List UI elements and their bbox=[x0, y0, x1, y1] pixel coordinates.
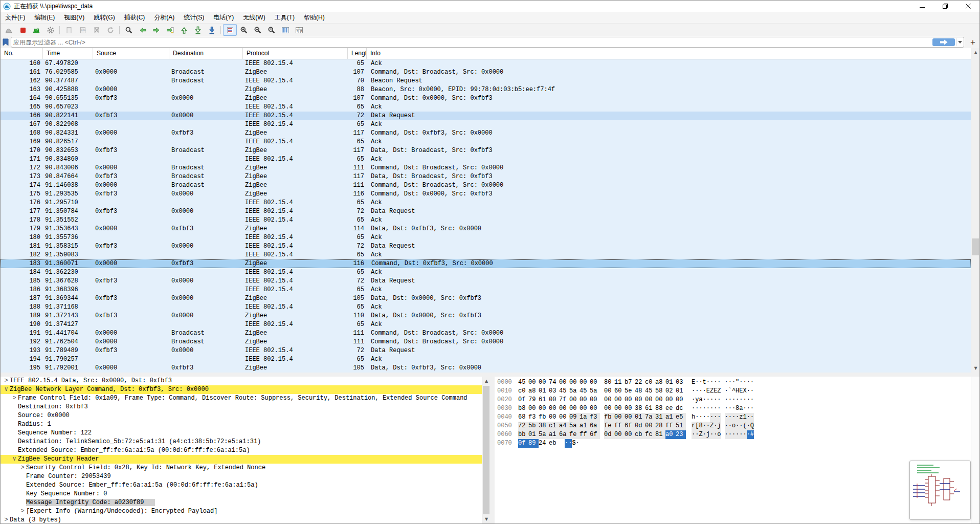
hex-byte[interactable]: 00 bbox=[614, 430, 625, 439]
hex-byte[interactable]: fb bbox=[604, 413, 614, 422]
hex-row-0050[interactable]: 0050725b38c1a45aa16afeff6f0d0028ff51r[8·… bbox=[495, 422, 971, 430]
hex-byte[interactable]: a8 bbox=[655, 378, 665, 387]
hex-byte[interactable]: 00 bbox=[676, 396, 686, 404]
hex-byte[interactable]: 79 bbox=[528, 396, 539, 404]
hex-byte[interactable]: 00 bbox=[528, 378, 539, 387]
column-header-destination[interactable]: Destination bbox=[169, 48, 243, 59]
packet-row-180[interactable]: 18091.355736IEEE 802.15.465Ack bbox=[1, 233, 971, 242]
hex-byte[interactable]: 03 bbox=[549, 387, 559, 396]
hex-byte[interactable]: 00 bbox=[625, 404, 635, 413]
column-header-info[interactable]: Info bbox=[367, 48, 971, 59]
capture-options-icon[interactable] bbox=[43, 24, 57, 36]
packet-row-177[interactable]: 17791.3507840xfbf30x0000IEEE 802.15.472D… bbox=[1, 207, 971, 216]
hex-byte[interactable]: 45 bbox=[580, 387, 590, 396]
hex-byte[interactable]: 00 bbox=[559, 413, 569, 422]
open-file-icon[interactable] bbox=[62, 24, 76, 36]
hex-byte[interactable]: 00 bbox=[580, 378, 590, 387]
packet-row-164[interactable]: 16490.6551350xfbf30x0000ZigBee107Command… bbox=[1, 94, 971, 103]
hex-byte[interactable]: ff bbox=[665, 422, 676, 430]
first-packet-icon[interactable] bbox=[177, 24, 191, 36]
packet-row-173[interactable]: 17390.8476640xfbf3BroadcastZigBee117Data… bbox=[1, 172, 971, 181]
restore-button[interactable] bbox=[933, 1, 956, 12]
menu-item-10[interactable]: 帮助(H) bbox=[299, 12, 329, 23]
hex-row-0010[interactable]: 0010c0a80103455a455a00605e4845580201····… bbox=[495, 387, 971, 396]
hex-byte[interactable]: 00 bbox=[569, 396, 580, 404]
detail-line-8[interactable]: Extended Source: Ember_ff:fe:6a:a1:5a (0… bbox=[1, 446, 482, 455]
hex-byte[interactable]: ee bbox=[665, 404, 676, 413]
hex-byte[interactable]: 38 bbox=[539, 422, 549, 430]
hex-byte[interactable]: 74 bbox=[549, 378, 559, 387]
detail-line-0[interactable]: >IEEE 802.15.4 Data, Src: 0x0000, Dst: 0… bbox=[1, 377, 482, 385]
hex-byte[interactable]: bb bbox=[518, 430, 528, 439]
hex-byte[interactable]: 00 bbox=[580, 404, 590, 413]
detail-line-3[interactable]: Destination: 0xfbf3 bbox=[1, 403, 482, 411]
restart-capture-icon[interactable] bbox=[30, 24, 43, 36]
colorize-icon[interactable] bbox=[223, 24, 237, 36]
close-file-icon[interactable] bbox=[90, 24, 103, 36]
packet-row-168[interactable]: 16890.8243310x00000xfbf3ZigBee117Command… bbox=[1, 129, 971, 138]
hex-byte[interactable]: 88 bbox=[655, 404, 665, 413]
packet-row-182[interactable]: 18291.359083IEEE 802.15.465Ack bbox=[1, 251, 971, 259]
hex-byte[interactable]: 00 bbox=[665, 396, 676, 404]
collapse-icon[interactable]: ∨ bbox=[3, 385, 10, 394]
save-file-icon[interactable]: 010 bbox=[76, 24, 90, 36]
packet-row-178[interactable]: 17891.351552IEEE 802.15.465Ack bbox=[1, 216, 971, 225]
hex-byte[interactable]: 61 bbox=[645, 404, 655, 413]
hex-byte[interactable]: 00 bbox=[569, 404, 580, 413]
zoom-out-icon[interactable] bbox=[251, 24, 264, 36]
menu-item-1[interactable]: 编辑(E) bbox=[30, 12, 59, 23]
goto-packet-icon[interactable] bbox=[163, 24, 177, 36]
hex-byte[interactable]: 00 bbox=[645, 396, 655, 404]
packet-row-169[interactable]: 16990.826517IEEE 802.15.465Ack bbox=[1, 138, 971, 146]
detail-line-4[interactable]: Source: 0x0000 bbox=[1, 411, 482, 420]
hex-row-0070[interactable]: 00700f8924eb··$· bbox=[495, 439, 971, 448]
packet-row-161[interactable]: 16176.0295850x0000BroadcastZigBee107Comm… bbox=[1, 68, 971, 77]
last-packet-icon[interactable] bbox=[191, 24, 205, 36]
column-header-protocol[interactable]: Protocol bbox=[243, 48, 348, 59]
hex-byte[interactable]: fe bbox=[604, 422, 614, 430]
menu-item-7[interactable]: 电话(Y) bbox=[209, 12, 238, 23]
detail-line-5[interactable]: Radius: 1 bbox=[1, 420, 482, 429]
hex-byte[interactable]: dc bbox=[676, 404, 686, 413]
minimize-button[interactable] bbox=[910, 1, 933, 12]
packet-row-162[interactable]: 16290.377487BroadcastIEEE 802.15.470Beac… bbox=[1, 77, 971, 85]
packet-row-191[interactable]: 19191.4417040x0000BroadcastZigBee111Comm… bbox=[1, 329, 971, 338]
packet-row-167[interactable]: 16790.822908IEEE 802.15.465Ack bbox=[1, 120, 971, 129]
hex-byte[interactable]: 01 bbox=[676, 387, 686, 396]
packet-row-166[interactable]: 16690.8221410xfbf30x0000IEEE 802.15.472D… bbox=[1, 112, 971, 120]
detail-line-1[interactable]: ∨ZigBee Network Layer Command, Dst: 0xfb… bbox=[1, 385, 482, 394]
hex-byte[interactable]: 00 bbox=[614, 404, 625, 413]
hex-byte[interactable]: 00 bbox=[604, 387, 614, 396]
hex-byte[interactable]: 60 bbox=[614, 387, 625, 396]
reload-file-icon[interactable] bbox=[103, 24, 117, 36]
detail-line-6[interactable]: Sequence Number: 122 bbox=[1, 429, 482, 438]
hex-byte[interactable]: 5e bbox=[625, 387, 635, 396]
packet-list-scrollbar[interactable]: ▲ ▼ bbox=[971, 48, 979, 373]
detail-line-2[interactable]: >Frame Control Field: 0x1a09, Frame Type… bbox=[1, 394, 482, 403]
hex-byte[interactable]: 00 bbox=[625, 396, 635, 404]
hex-byte[interactable]: eb bbox=[549, 439, 559, 448]
packet-row-163[interactable]: 16390.4258880x0000ZigBee88Beacon, Src: 0… bbox=[1, 85, 971, 94]
hex-byte[interactable]: 81 bbox=[655, 430, 665, 439]
hex-byte[interactable]: f3 bbox=[590, 413, 600, 422]
detail-line-15[interactable]: >[Expert Info (Warning/Undecoded): Encry… bbox=[1, 507, 482, 516]
menu-item-5[interactable]: 分析(A) bbox=[149, 12, 179, 23]
display-filter-input[interactable] bbox=[11, 38, 932, 47]
hex-byte[interactable]: 00 bbox=[549, 396, 559, 404]
hex-byte[interactable]: a1 bbox=[549, 430, 559, 439]
detail-line-11[interactable]: Frame Counter: 29053439 bbox=[1, 472, 482, 481]
packet-row-188[interactable]: 18891.371168IEEE 802.15.465Ack bbox=[1, 303, 971, 312]
hex-byte[interactable]: 5a bbox=[569, 422, 580, 430]
vertical-splitter[interactable] bbox=[490, 377, 495, 523]
hex-byte[interactable]: fb bbox=[539, 413, 549, 422]
hex-byte[interactable]: 00 bbox=[559, 378, 569, 387]
add-filter-button[interactable]: + bbox=[966, 37, 979, 48]
hex-byte[interactable]: 5b bbox=[528, 422, 539, 430]
menu-item-8[interactable]: 无线(W) bbox=[238, 12, 270, 23]
hex-byte[interactable]: 22 bbox=[635, 378, 645, 387]
packet-list-scroll-thumb[interactable] bbox=[972, 238, 979, 255]
close-button[interactable] bbox=[956, 1, 979, 12]
hex-byte[interactable]: a1 bbox=[580, 422, 590, 430]
packet-row-160[interactable]: 16067.497820IEEE 802.15.465Ack bbox=[1, 59, 971, 68]
hex-byte[interactable]: 00 bbox=[590, 378, 600, 387]
